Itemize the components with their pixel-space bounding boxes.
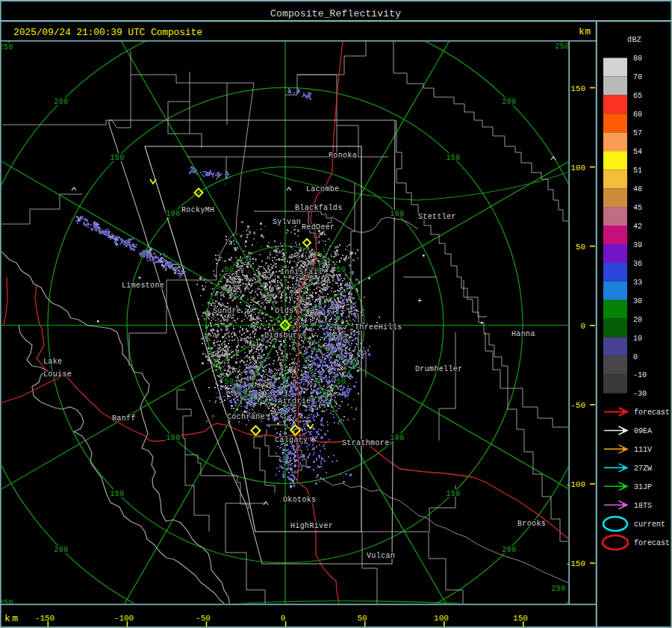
svg-text:0: 0 — [580, 322, 585, 331]
svg-text:Innisfail: Innisfail — [280, 268, 323, 276]
svg-text:33: 33 — [633, 279, 642, 287]
svg-text:+: + — [417, 297, 422, 305]
svg-text:-30: -30 — [633, 390, 647, 398]
svg-text:150: 150 — [110, 154, 124, 162]
svg-text:Drumheller: Drumheller — [415, 365, 463, 373]
svg-text:Hanna: Hanna — [511, 330, 535, 338]
svg-text:*: * — [137, 276, 142, 285]
svg-text:09EA: 09EA — [634, 427, 652, 435]
svg-text:Limestone: Limestone — [122, 282, 164, 290]
svg-text:51: 51 — [633, 167, 642, 175]
svg-text:Composite_Reflectivity: Composite_Reflectivity — [270, 8, 401, 19]
svg-text:200: 200 — [54, 546, 68, 554]
svg-text:18TS: 18TS — [634, 502, 652, 510]
svg-text:200: 200 — [54, 98, 68, 106]
svg-text:-150: -150 — [566, 559, 585, 568]
svg-text:Cochrane: Cochrane — [227, 413, 265, 421]
svg-text:Airdrie: Airdrie — [278, 397, 311, 405]
svg-text:-150: -150 — [35, 614, 55, 623]
svg-text:150: 150 — [446, 490, 460, 498]
svg-text:200: 200 — [502, 546, 516, 554]
svg-text:Calgary: Calgary — [275, 436, 308, 444]
svg-text:36: 36 — [633, 260, 642, 268]
svg-text:30: 30 — [633, 297, 642, 305]
svg-text:150: 150 — [513, 614, 528, 623]
svg-text:dBZ: dBZ — [627, 36, 641, 44]
svg-text:Blackfalds: Blackfalds — [295, 204, 343, 212]
svg-text:50: 50 — [357, 614, 367, 623]
svg-text:km: km — [579, 26, 591, 37]
svg-text:*: * — [349, 252, 354, 260]
svg-text:250: 250 — [551, 585, 565, 593]
svg-text:54: 54 — [633, 148, 642, 156]
svg-text:Okotoks: Okotoks — [283, 496, 316, 504]
svg-text:200: 200 — [502, 98, 516, 106]
svg-text:-10: -10 — [633, 371, 647, 379]
svg-text:50: 50 — [337, 378, 346, 386]
svg-text:48: 48 — [633, 185, 642, 193]
svg-text:HighRiver: HighRiver — [290, 522, 333, 530]
svg-text:50: 50 — [225, 378, 234, 386]
svg-text:forecast: forecast — [634, 539, 670, 547]
svg-text:50: 50 — [225, 266, 234, 274]
svg-text:250: 250 — [555, 43, 569, 51]
svg-text:current: current — [634, 520, 665, 529]
svg-text:150: 150 — [570, 84, 585, 93]
svg-text:Olds: Olds — [275, 307, 293, 315]
svg-text:20: 20 — [633, 316, 642, 324]
svg-text:70: 70 — [633, 73, 642, 81]
svg-text:100: 100 — [166, 210, 180, 218]
svg-text:31JP: 31JP — [634, 483, 652, 491]
svg-text:forecast: forecast — [634, 408, 670, 417]
svg-text:ThreeHills: ThreeHills — [355, 323, 402, 332]
svg-text:39: 39 — [633, 241, 642, 249]
svg-text:50: 50 — [576, 243, 585, 252]
svg-text:27ZW: 27ZW — [634, 464, 652, 473]
svg-text:100: 100 — [390, 434, 404, 442]
svg-text:Sundre: Sundre — [213, 307, 241, 315]
svg-text:50: 50 — [337, 266, 346, 274]
svg-text:0: 0 — [281, 614, 286, 623]
svg-text:-100: -100 — [566, 480, 585, 489]
svg-text:150: 150 — [110, 490, 124, 498]
svg-text:57: 57 — [633, 129, 642, 137]
svg-text:0: 0 — [633, 353, 638, 361]
svg-text:100: 100 — [390, 210, 404, 218]
svg-text:Vulcan: Vulcan — [367, 552, 395, 560]
svg-text:Brooks: Brooks — [517, 520, 546, 528]
svg-text:-100: -100 — [114, 614, 134, 623]
svg-text:Didsbury: Didsbury — [264, 332, 302, 340]
svg-text:2025/09/24 21:00:39 UTC Compos: 2025/09/24 21:00:39 UTC Composite — [13, 27, 202, 38]
svg-text:65: 65 — [633, 92, 642, 100]
svg-text:Lake: Lake — [43, 358, 62, 366]
svg-text:Strathmore: Strathmore — [342, 439, 390, 447]
svg-text:Lacombe: Lacombe — [306, 185, 339, 193]
svg-text:60: 60 — [633, 111, 642, 119]
svg-text:Louise: Louise — [43, 370, 72, 379]
svg-text:-50: -50 — [196, 614, 211, 623]
svg-text:250: 250 — [0, 43, 13, 52]
svg-text:100: 100 — [434, 614, 449, 623]
svg-text:45: 45 — [633, 204, 642, 212]
svg-text:Sylvan: Sylvan — [273, 218, 301, 226]
svg-text:Stettler: Stettler — [418, 213, 456, 221]
svg-text:150: 150 — [446, 154, 460, 162]
svg-text:111V: 111V — [634, 446, 652, 454]
svg-text:Ponoka: Ponoka — [329, 152, 357, 160]
svg-text:-50: -50 — [570, 401, 585, 410]
svg-text:RockyMH: RockyMH — [181, 206, 214, 214]
svg-text:80: 80 — [633, 55, 642, 63]
svg-text:RedDeer: RedDeer — [302, 223, 335, 231]
svg-text:100: 100 — [166, 434, 180, 442]
svg-text:42: 42 — [633, 223, 642, 231]
svg-text:Banff: Banff — [112, 414, 136, 423]
svg-text:10: 10 — [633, 335, 642, 343]
svg-text:100: 100 — [570, 164, 585, 172]
